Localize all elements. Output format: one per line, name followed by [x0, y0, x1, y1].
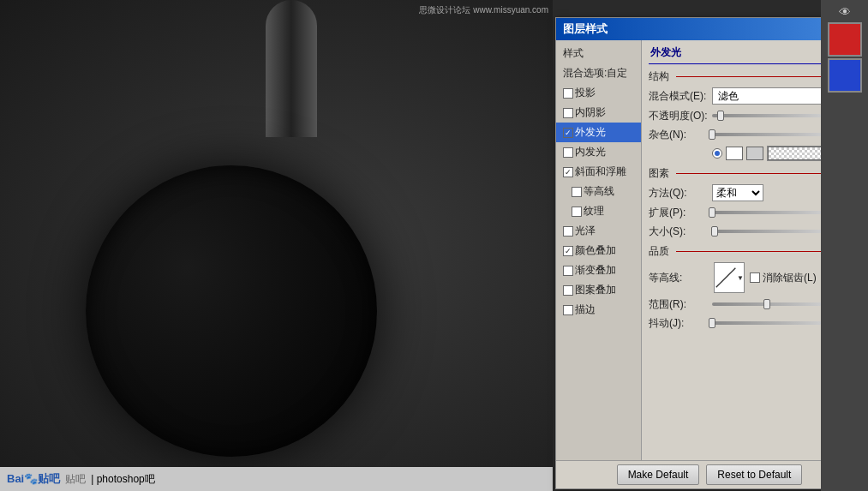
color-radio-solid[interactable]	[712, 148, 722, 159]
outer-glow-checkbox[interactable]	[563, 128, 573, 138]
watermark: 思微设计论坛 www.missyuan.com	[419, 4, 548, 16]
canvas-area: 思微设计论坛 www.missyuan.com Bai🐾贴吧 贴吧 | phot…	[0, 0, 553, 491]
inner-glow-checkbox[interactable]	[563, 147, 573, 158]
color-overlay-checkbox[interactable]	[563, 246, 573, 256]
bottom-text: | photoshop吧	[91, 472, 155, 487]
eye-toggle[interactable]: 👁	[828, 3, 862, 21]
contour-sub-checkbox[interactable]	[572, 187, 582, 197]
sidebar-item-gloss[interactable]: 光泽	[556, 221, 641, 241]
sidebar-item-gradient-overlay[interactable]: 渐变叠加	[556, 260, 641, 280]
sidebar-item-blend[interactable]: 混合选项:自定	[556, 63, 641, 83]
blue-thumb[interactable]	[828, 58, 862, 93]
inner-shadow-checkbox[interactable]	[563, 108, 573, 118]
contour-dropdown-arrow: ▼	[737, 274, 744, 282]
dialog-footer: Make Default Reset to Default	[556, 460, 863, 488]
canvas-device	[266, 0, 317, 137]
sidebar-item-outer-glow[interactable]: 外发光	[556, 123, 641, 142]
sidebar-item-shadow[interactable]: 投影	[556, 83, 641, 103]
sidebar-item-inner-glow[interactable]: 内发光	[556, 142, 641, 162]
color-swatch-gray[interactable]	[746, 147, 763, 160]
contour-svg	[715, 265, 737, 290]
pattern-overlay-checkbox[interactable]	[563, 285, 573, 296]
dialog-body: 样式 混合选项:自定 投影 内阴影 外发光 内发光 斜面和浮雕	[556, 40, 863, 460]
bottom-bar: Bai🐾贴吧 贴吧 | photoshop吧	[0, 467, 553, 491]
jitter-slider[interactable]	[712, 321, 822, 325]
layer-style-dialog: 图层样式 × 样式 混合选项:自定 投影 内阴影 外发光 内发光	[555, 17, 864, 489]
range-label: 范围(R):	[649, 297, 709, 312]
color-swatch-white[interactable]	[726, 147, 743, 160]
contour-label: 等高线:	[649, 271, 709, 285]
opacity-label: 不透明度(O):	[649, 109, 709, 123]
bottom-separator: 贴吧	[65, 472, 86, 487]
bevel-checkbox[interactable]	[563, 167, 573, 177]
jitter-label: 抖动(J):	[649, 316, 709, 331]
red-thumb[interactable]	[828, 22, 862, 57]
opacity-slider[interactable]	[712, 114, 822, 117]
blend-mode-label: 混合模式(E):	[649, 89, 709, 104]
baidu-logo: Bai🐾贴吧	[7, 471, 60, 487]
spread-slider[interactable]	[712, 211, 822, 214]
size-label: 大小(S):	[649, 225, 709, 239]
spread-label: 扩展(P):	[649, 206, 709, 220]
sidebar-item-contour[interactable]: 等高线	[556, 182, 641, 201]
sidebar-item-texture[interactable]: 纹理	[556, 201, 641, 221]
texture-checkbox[interactable]	[572, 207, 582, 217]
canvas-circle	[86, 165, 377, 457]
noise-label: 杂色(N):	[649, 128, 709, 142]
shadow-checkbox[interactable]	[563, 88, 573, 99]
method-select[interactable]: 柔和	[712, 184, 763, 201]
sidebar-item-color-overlay[interactable]: 颜色叠加	[556, 241, 641, 260]
make-default-button[interactable]: Make Default	[617, 464, 700, 485]
sidebar-item-bevel[interactable]: 斜面和浮雕	[556, 162, 641, 182]
sidebar-item-inner-shadow[interactable]: 内阴影	[556, 103, 641, 123]
anti-alias-checkbox[interactable]	[750, 272, 760, 283]
range-slider[interactable]	[712, 302, 822, 306]
sidebar-item-stroke[interactable]: 描边	[556, 300, 641, 320]
sidebar-item-style[interactable]: 样式	[556, 44, 641, 63]
stroke-checkbox[interactable]	[563, 305, 573, 315]
contour-preview[interactable]: ▼	[714, 262, 745, 293]
dialog-title: 图层样式	[563, 21, 608, 37]
right-thumbs-panel: 👁	[821, 0, 868, 491]
size-slider[interactable]	[712, 230, 822, 233]
gradient-overlay-checkbox[interactable]	[563, 266, 573, 276]
sidebar-item-pattern-overlay[interactable]: 图案叠加	[556, 280, 641, 300]
dialog-titlebar: 图层样式 ×	[556, 18, 863, 40]
anti-alias-label: 消除锯齿(L)	[750, 271, 817, 285]
dialog-left-panel: 样式 混合选项:自定 投影 内阴影 外发光 内发光 斜面和浮雕	[556, 40, 642, 460]
reset-to-default-button[interactable]: Reset to Default	[706, 464, 802, 485]
method-label: 方法(Q):	[649, 186, 709, 201]
noise-slider[interactable]	[712, 133, 822, 136]
gloss-checkbox[interactable]	[563, 226, 573, 237]
